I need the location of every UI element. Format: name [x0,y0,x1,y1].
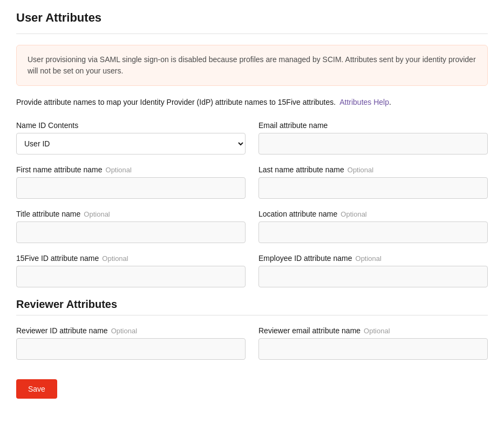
description-text: Provide attribute names to map your Iden… [16,97,488,108]
form-row-1: Name ID Contents User ID Email Email att… [16,121,488,154]
fifteen-five-id-label-text: 15Five ID attribute name [16,254,99,263]
reviewer-email-attribute-label: Reviewer email attribute name Optional [258,326,488,335]
attributes-help-link[interactable]: Attributes Help [339,98,389,106]
title-optional: Optional [84,210,110,218]
title-divider [16,33,488,34]
reviewer-form-row-1: Reviewer ID attribute name Optional Revi… [16,326,488,360]
fifteen-five-id-optional: Optional [102,254,128,263]
first-name-attribute-input[interactable] [16,177,246,199]
last-name-label-text: Last name attribute name [258,165,344,174]
fifteen-five-id-attribute-group: 15Five ID attribute name Optional [16,254,246,287]
first-name-attribute-group: First name attribute name Optional [16,165,246,199]
location-attribute-input[interactable] [258,221,488,243]
reviewer-id-attribute-label: Reviewer ID attribute name Optional [16,326,246,335]
location-attribute-label: Location attribute name Optional [258,210,488,218]
reviewer-email-attribute-group: Reviewer email attribute name Optional [258,326,488,360]
name-id-contents-group: Name ID Contents User ID Email [16,121,246,154]
reviewer-id-attribute-group: Reviewer ID attribute name Optional [16,326,246,360]
page-title: User Attributes [16,11,488,25]
email-attribute-name-group: Email attribute name [258,121,488,154]
alert-banner: User provisioning via SAML single sign-o… [16,45,488,86]
employee-id-attribute-group: Employee ID attribute name Optional [258,254,488,287]
name-id-contents-label-text: Name ID Contents [16,121,78,130]
location-label-text: Location attribute name [258,210,337,218]
title-attribute-label: Title attribute name Optional [16,210,246,218]
reviewer-id-attribute-input[interactable] [16,338,246,360]
last-name-attribute-label: Last name attribute name Optional [258,165,488,174]
title-attribute-input[interactable] [16,221,246,243]
title-attribute-group: Title attribute name Optional [16,210,246,243]
email-attribute-name-input[interactable] [258,133,488,154]
employee-id-label-text: Employee ID attribute name [258,254,352,263]
first-name-optional: Optional [106,166,132,174]
reviewer-email-optional: Optional [364,327,390,335]
title-label-text: Title attribute name [16,210,80,218]
email-attribute-name-label: Email attribute name [258,121,488,130]
employee-id-attribute-input[interactable] [258,266,488,287]
first-name-attribute-label: First name attribute name Optional [16,165,246,174]
employee-id-attribute-label: Employee ID attribute name Optional [258,254,488,263]
last-name-optional: Optional [348,166,373,174]
reviewer-section-divider [16,315,488,315]
name-id-contents-select[interactable]: User ID Email [16,133,246,154]
location-optional: Optional [340,210,366,218]
form-row-4: 15Five ID attribute name Optional Employ… [16,254,488,287]
location-attribute-group: Location attribute name Optional [258,210,488,243]
reviewer-id-label-text: Reviewer ID attribute name [16,326,108,335]
fifteen-five-id-attribute-input[interactable] [16,266,246,287]
reviewer-email-label-text: Reviewer email attribute name [258,326,360,335]
save-button[interactable]: Save [16,379,57,399]
email-attribute-name-label-text: Email attribute name [258,121,328,130]
form-row-2: First name attribute name Optional Last … [16,165,488,199]
employee-id-optional: Optional [356,254,382,263]
reviewer-id-optional: Optional [111,327,137,335]
first-name-label-text: First name attribute name [16,165,103,174]
fifteen-five-id-attribute-label: 15Five ID attribute name Optional [16,254,246,263]
last-name-attribute-group: Last name attribute name Optional [258,165,488,199]
name-id-contents-label: Name ID Contents [16,121,246,130]
last-name-attribute-input[interactable] [258,177,488,199]
reviewer-attributes-section-title: Reviewer Attributes [16,298,488,311]
description-body: Provide attribute names to map your Iden… [16,98,336,106]
reviewer-email-attribute-input[interactable] [258,338,488,360]
alert-message: User provisioning via SAML single sign-o… [28,55,476,75]
form-row-3: Title attribute name Optional Location a… [16,210,488,243]
